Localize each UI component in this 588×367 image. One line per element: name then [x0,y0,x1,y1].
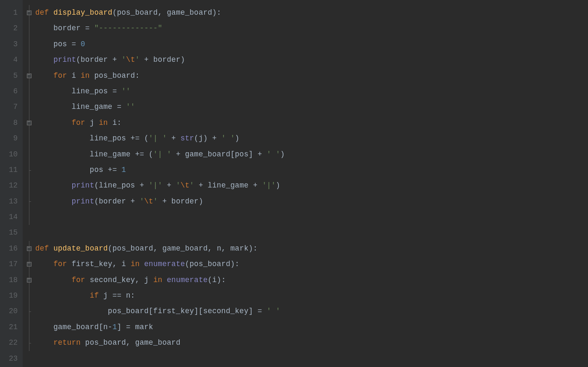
token-k: def [35,244,53,253]
token-id: j [144,276,153,284]
code-line[interactable]: print(border + '\t' + border) [35,194,588,209]
fold-end-icon [27,341,32,345]
code-line[interactable]: for i in pos_board: [35,68,588,84]
token-id: + line_game + [194,181,262,190]
code-line[interactable]: print(line_pos + '|' + '\t' + line_game … [35,178,588,193]
code-line[interactable]: for j in i: [35,115,588,131]
fold-cell [23,319,35,335]
fold-toggle-icon[interactable] [27,121,32,125]
code-line[interactable]: line_pos += ('| ' + str(j) + ' ') [35,131,588,146]
token-s: ' ' [267,150,280,158]
fold-cell [23,52,35,68]
token-id: game_board [162,244,207,253]
fold-cell [23,147,35,162]
code-line[interactable]: return pos_board, game_board [35,335,588,351]
token-id: ) [280,150,285,158]
token-id: i: [113,119,122,127]
line-number: 7 [0,99,23,115]
token-bi: enumerate [144,260,185,268]
token-id: n [217,244,221,253]
token-id [35,338,53,347]
token-s: ' [153,197,158,206]
code-line[interactable]: print(border + '\t' + border) [35,52,588,68]
token-bi: print [71,181,94,190]
code-line[interactable]: border = "-------------" [35,21,588,36]
token-k: \t [181,181,190,190]
fold-cell [23,209,35,225]
token-id: border = [35,24,94,32]
code-line[interactable] [35,209,588,225]
line-number: 23 [0,351,23,367]
line-number: 14 [0,209,23,225]
token-id [35,260,53,268]
line-number: 13 [0,194,23,209]
token-id: (pos_board [113,8,158,17]
fold-toggle-icon[interactable] [27,11,32,15]
token-s: ' [121,55,126,64]
code-line[interactable]: game_board[n-1] = mark [35,319,588,335]
token-p: , [126,338,135,347]
token-id: line_pos = [35,87,121,95]
code-line[interactable]: for second_key, j in enumerate(i): [35,272,588,288]
code-line[interactable]: for first_key, i in enumerate(pos_board)… [35,256,588,272]
token-bi: print [71,197,94,206]
token-k: if [90,291,103,300]
token-id: first_key [71,260,112,268]
fold-cell [23,241,35,256]
line-number: 9 [0,131,23,146]
fold-cell [23,288,35,304]
token-s: ' [139,197,144,206]
code-line[interactable] [35,351,588,367]
token-id: line_game = [35,103,126,111]
line-number: 10 [0,147,23,162]
fold-toggle-icon[interactable] [27,74,32,78]
token-bi: str [181,134,194,143]
token-k: in [153,276,167,284]
token-id: i [71,71,81,80]
fold-cell [23,304,35,319]
code-area[interactable]: def display_board(pos_board, game_board)… [35,0,588,367]
fold-end-icon [27,168,32,172]
code-line[interactable]: if j == n: [35,288,588,304]
fold-toggle-icon[interactable] [27,246,32,251]
code-line[interactable]: pos += 1 [35,162,588,178]
token-id [35,71,53,80]
token-id [35,197,71,206]
fold-end-icon [27,309,32,314]
token-s: ' ' [267,307,280,315]
code-editor: 1234567891011121314151617181920212223 de… [0,0,588,367]
fold-cell [23,68,35,84]
token-id: (i): [208,276,226,284]
code-line[interactable] [35,225,588,240]
token-k: \t [126,55,135,64]
token-id: + [167,134,180,143]
fold-cell [23,225,35,240]
token-k: \t [144,197,153,206]
fold-cell [23,194,35,209]
line-number: 20 [0,304,23,319]
fold-toggle-icon[interactable] [27,262,32,267]
token-id: (border + [94,197,139,206]
code-line[interactable]: pos_board[first_key][second_key] = ' ' [35,304,588,319]
code-line[interactable]: def update_board(pos_board, game_board, … [35,241,588,256]
token-n: 0 [81,40,85,48]
token-k: in [131,260,144,268]
code-line[interactable]: line_game += ('| ' + game_board[pos] + '… [35,147,588,162]
token-id: i [121,260,131,268]
token-p: , [113,260,122,268]
code-line[interactable]: pos = 0 [35,37,588,52]
line-number: 3 [0,37,23,52]
code-line[interactable]: line_game = '' [35,99,588,115]
code-line[interactable]: def display_board(pos_board, game_board)… [35,5,588,21]
token-id: pos += [35,166,121,174]
token-id: (border + [76,55,121,64]
fold-toggle-icon[interactable] [27,278,32,283]
token-id [35,119,71,127]
fold-cell [23,115,35,131]
code-line[interactable]: line_pos = '' [35,84,588,99]
token-id: (line_pos + [94,181,149,190]
token-id: + border) [140,55,185,64]
token-k: return [53,338,85,347]
token-s: '' [126,103,135,111]
token-s: ' [176,181,181,190]
